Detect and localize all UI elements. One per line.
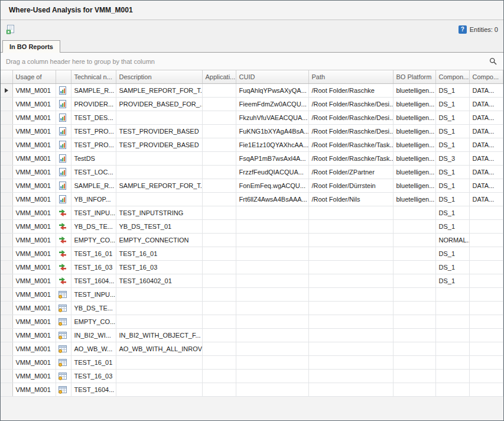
cell-component[interactable] — [435, 315, 469, 328]
cell-path[interactable] — [308, 260, 393, 274]
cell-usage[interactable]: VMM_M001 — [12, 111, 56, 124]
row-indicator[interactable] — [1, 97, 12, 111]
cell-technical[interactable]: IN_BI2_WI... — [71, 328, 116, 342]
cell-usage[interactable]: VMM_M001 — [12, 124, 56, 138]
cell-technical[interactable]: SAMPLE_R... — [71, 83, 116, 97]
cell-technical[interactable]: PROVIDER... — [71, 97, 116, 111]
column-header-cuid[interactable]: CUID — [236, 70, 308, 83]
column-header-technical-name[interactable]: Technical n... — [71, 70, 116, 83]
cell-type-icon[interactable] — [56, 83, 71, 97]
cell-component[interactable]: DS_1 — [435, 124, 469, 138]
cell-technical[interactable]: AO_WB_W... — [71, 342, 116, 355]
cell-platform[interactable]: bluetelligen... — [393, 179, 435, 192]
table-row[interactable]: VMM_M001 TEST_16_03 — [1, 369, 503, 383]
cell-usage[interactable]: VMM_M001 — [12, 206, 56, 219]
cell-platform[interactable]: bluetelligen... — [393, 151, 435, 165]
cell-platform[interactable]: bluetelligen... — [393, 97, 435, 111]
cell-description[interactable]: TEST_INPUTSTRING — [116, 206, 202, 219]
cell-cuid[interactable]: FkzuhVfuVAEACQUA... — [236, 111, 308, 124]
row-indicator[interactable] — [1, 287, 12, 301]
column-header-component-2[interactable]: Compo... — [469, 70, 503, 83]
cell-component[interactable]: NORMAL... — [435, 233, 469, 247]
cell-usage[interactable]: VMM_M001 — [12, 369, 56, 383]
cell-usage[interactable]: VMM_M001 — [12, 301, 56, 315]
cell-usage[interactable]: VMM_M001 — [12, 328, 56, 342]
cell-application[interactable] — [202, 97, 236, 111]
row-indicator[interactable] — [1, 301, 12, 315]
cell-cuid[interactable] — [236, 219, 308, 233]
cell-application[interactable] — [202, 206, 236, 219]
cell-technical[interactable]: EMPTY_CO... — [71, 315, 116, 328]
cell-path[interactable] — [308, 206, 393, 219]
cell-component[interactable]: DS_1 — [435, 165, 469, 179]
column-header-application[interactable]: Applicati... — [202, 70, 236, 83]
cell-component[interactable]: DS_1 — [435, 274, 469, 287]
cell-description[interactable] — [116, 301, 202, 315]
cell-type-icon[interactable] — [56, 369, 71, 383]
cell-cuid[interactable]: FonEmFeq.wgACQU... — [236, 179, 308, 192]
cell-application[interactable] — [202, 192, 236, 206]
cell-description[interactable]: TEST_160402_01 — [116, 274, 202, 287]
row-indicator[interactable] — [1, 233, 12, 247]
cell-component[interactable]: DS_1 — [435, 138, 469, 151]
cell-usage[interactable]: VMM_M001 — [12, 219, 56, 233]
cell-description[interactable]: TEST_16_01 — [116, 247, 202, 260]
cell-usage[interactable]: VMM_M001 — [12, 247, 56, 260]
cell-component[interactable] — [435, 287, 469, 301]
cell-technical[interactable]: TEST_16_03 — [71, 369, 116, 383]
cell-cuid[interactable] — [236, 342, 308, 355]
cell-application[interactable] — [202, 151, 236, 165]
cell-technical[interactable]: EMPTY_CO... — [71, 233, 116, 247]
cell-path[interactable] — [308, 247, 393, 260]
cell-cuid[interactable] — [236, 206, 308, 219]
cell-cuid[interactable] — [236, 260, 308, 274]
cell-platform[interactable] — [393, 328, 435, 342]
cell-platform[interactable] — [393, 301, 435, 315]
cell-platform[interactable]: bluetelligen... — [393, 138, 435, 151]
cell-application[interactable] — [202, 369, 236, 383]
cell-platform[interactable]: bluetelligen... — [393, 111, 435, 124]
cell-technical[interactable]: TEST_DES... — [71, 111, 116, 124]
cell-usage[interactable]: VMM_M001 — [12, 233, 56, 247]
cell-type-icon[interactable] — [56, 247, 71, 260]
cell-path[interactable] — [308, 342, 393, 355]
cell-component2[interactable]: DATA... — [469, 83, 503, 97]
cell-technical[interactable]: TEST_INPU... — [71, 287, 116, 301]
cell-cuid[interactable] — [236, 233, 308, 247]
column-header-component[interactable]: Compon... — [435, 70, 469, 83]
cell-type-icon[interactable] — [56, 383, 71, 396]
cell-cuid[interactable]: Frt6llZ4AwsA4BsAAA... — [236, 192, 308, 206]
cell-platform[interactable] — [393, 355, 435, 369]
cell-cuid[interactable] — [236, 383, 308, 396]
cell-application[interactable] — [202, 124, 236, 138]
cell-type-icon[interactable] — [56, 355, 71, 369]
table-row[interactable]: VMM_M001 IN_BI2_WI...IN_BI2_WITH_OBJECT_… — [1, 328, 503, 342]
cell-component[interactable]: DS_1 — [435, 179, 469, 192]
cell-type-icon[interactable] — [56, 206, 71, 219]
cell-description[interactable]: IN_BI2_WITH_OBJECT_F... — [116, 328, 202, 342]
cell-technical[interactable]: YB_INFOP... — [71, 192, 116, 206]
cell-path[interactable] — [308, 233, 393, 247]
cell-path[interactable]: /Root Folder/Raschke/Desi... — [308, 97, 393, 111]
cell-path[interactable]: /Root Folder/Nils — [308, 192, 393, 206]
cell-type-icon[interactable] — [56, 192, 71, 206]
cell-application[interactable] — [202, 179, 236, 192]
cell-application[interactable] — [202, 219, 236, 233]
cell-application[interactable] — [202, 355, 236, 369]
cell-usage[interactable]: VMM_M001 — [12, 274, 56, 287]
cell-cuid[interactable]: FsqAP1mB7wsAxl4A... — [236, 151, 308, 165]
cell-usage[interactable]: VMM_M001 — [12, 260, 56, 274]
cell-technical[interactable]: TEST_16_03 — [71, 260, 116, 274]
cell-description[interactable]: AO_WB_WITH_ALL_INROV — [116, 342, 202, 355]
cell-component[interactable] — [435, 355, 469, 369]
row-indicator[interactable] — [1, 383, 12, 396]
cell-description[interactable] — [116, 287, 202, 301]
cell-component2[interactable] — [469, 260, 503, 274]
cell-application[interactable] — [202, 287, 236, 301]
table-row[interactable]: VMM_M001 EMPTY_CO...EMPTY_CONNECTIONNORM… — [1, 233, 503, 247]
cell-path[interactable] — [308, 315, 393, 328]
cell-component2[interactable]: DATA... — [469, 165, 503, 179]
cell-cuid[interactable]: Fie1E1z10QYAXhcAA... — [236, 138, 308, 151]
cell-platform[interactable] — [393, 287, 435, 301]
table-row[interactable]: VMM_M001 TEST_16_01TEST_16_01DS_1 — [1, 247, 503, 260]
